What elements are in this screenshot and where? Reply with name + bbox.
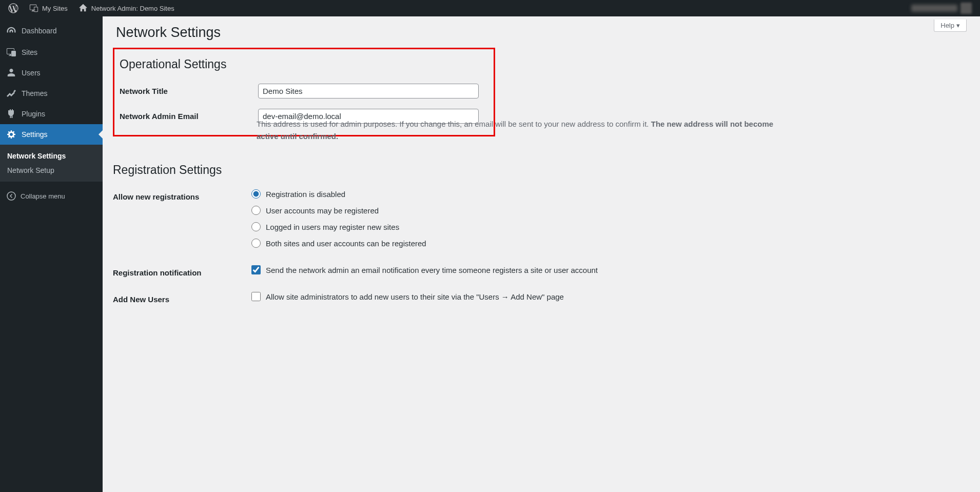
sites-icon — [6, 47, 16, 57]
my-sites-menu[interactable]: My Sites — [25, 0, 72, 16]
sidebar-item-sites[interactable]: Sites — [0, 42, 103, 63]
registration-option-both[interactable]: Both sites and user accounts can be regi… — [251, 239, 970, 248]
sidebar-item-label: Dashboard — [22, 27, 57, 35]
sidebar-item-settings[interactable]: Settings — [0, 124, 103, 145]
sidebar-item-label: Themes — [22, 89, 48, 97]
help-tab[interactable]: Help ▾ — [934, 19, 967, 32]
add-new-users-label: Add New Users — [113, 292, 251, 304]
radio-disabled[interactable] — [251, 189, 261, 199]
account-menu[interactable] — [911, 3, 976, 14]
radio-both[interactable] — [251, 239, 261, 248]
my-sites-label: My Sites — [42, 5, 68, 12]
network-admin-link[interactable]: Network Admin: Demo Sites — [74, 0, 179, 16]
svg-point-0 — [7, 192, 15, 200]
submenu-network-setup[interactable]: Network Setup — [0, 163, 103, 178]
page-title: Network Settings — [113, 16, 970, 45]
users-icon — [6, 68, 16, 78]
sidebar-item-label: Users — [22, 69, 41, 77]
notification-checkbox[interactable] — [251, 265, 261, 274]
network-admin-label: Network Admin: Demo Sites — [91, 5, 174, 12]
allow-registrations-label: Allow new registrations — [113, 189, 251, 201]
radio-sites[interactable] — [251, 222, 261, 231]
help-label: Help — [940, 22, 954, 29]
sidebar-item-label: Settings — [22, 130, 48, 139]
registration-option-sites[interactable]: Logged in users may register new sites — [251, 222, 970, 231]
main-content: Help ▾ Network Settings Operational Sett… — [103, 16, 980, 329]
avatar — [961, 3, 972, 14]
settings-icon — [6, 129, 16, 140]
registration-notification-label: Registration notification — [113, 265, 251, 277]
sidebar-item-label: Sites — [22, 48, 37, 56]
registration-option-users[interactable]: User accounts may be registered — [251, 206, 970, 215]
network-title-label: Network Title — [120, 84, 258, 95]
network-title-input[interactable] — [258, 84, 479, 99]
admin-toolbar: My Sites Network Admin: Demo Sites — [0, 0, 980, 16]
wp-logo-menu[interactable] — [4, 0, 23, 16]
wordpress-logo-icon — [8, 3, 18, 13]
add-users-checkbox[interactable] — [251, 292, 261, 301]
collapse-label: Collapse menu — [21, 192, 65, 200]
registration-heading: Registration Settings — [113, 158, 970, 179]
collapse-menu-button[interactable]: Collapse menu — [0, 185, 103, 207]
sidebar-item-users[interactable]: Users — [0, 63, 103, 83]
add-new-users-check[interactable]: Allow site administrators to add new use… — [251, 292, 970, 301]
admin-email-label: Network Admin Email — [120, 109, 258, 121]
admin-email-description: This address is used for admin purposes.… — [257, 118, 780, 143]
chevron-down-icon: ▾ — [956, 22, 960, 29]
sidebar-item-themes[interactable]: Themes — [0, 83, 103, 104]
submenu-network-settings[interactable]: Network Settings — [0, 149, 103, 163]
username-blurred — [911, 5, 957, 12]
registration-option-disabled[interactable]: Registration is disabled — [251, 189, 970, 199]
home-icon — [78, 3, 88, 13]
sidebar-item-dashboard[interactable]: Dashboard — [0, 16, 103, 42]
themes-icon — [6, 88, 16, 99]
dashboard-icon — [6, 26, 16, 36]
settings-submenu: Network Settings Network Setup — [0, 145, 103, 182]
plugins-icon — [6, 109, 16, 119]
sidebar-item-plugins[interactable]: Plugins — [0, 104, 103, 124]
radio-users[interactable] — [251, 206, 261, 215]
registration-notification-check[interactable]: Send the network admin an email notifica… — [251, 265, 970, 274]
sidebar-item-label: Plugins — [22, 110, 45, 118]
sites-icon — [29, 3, 39, 13]
operational-heading: Operational Settings — [120, 52, 488, 73]
admin-sidebar: Dashboard Sites Users Themes Plugins Set… — [0, 16, 103, 329]
collapse-icon — [6, 191, 16, 201]
